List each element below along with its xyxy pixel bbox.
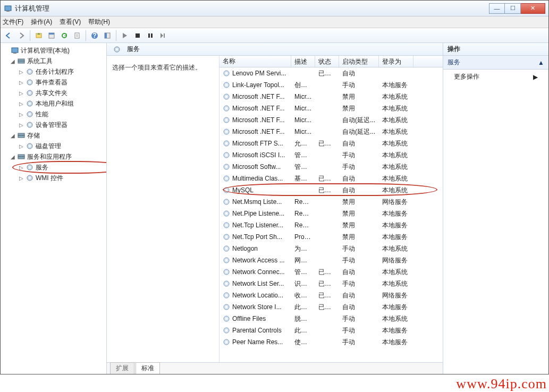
show-hide-button[interactable] bbox=[102, 30, 113, 41]
service-icon bbox=[223, 303, 230, 311]
service-rows[interactable]: Lenovo PM Servi...已启动自动Link-Layer Topol.… bbox=[219, 67, 443, 362]
export-button[interactable] bbox=[71, 30, 83, 41]
service-row[interactable]: Lenovo PM Servi...已启动自动 bbox=[219, 67, 443, 79]
services-title: 服务 bbox=[127, 45, 140, 54]
titlebar[interactable]: 计算机管理 — ☐ ✕ bbox=[1, 1, 548, 16]
service-row[interactable]: Network Locatio...收集...已启动自动网络服务 bbox=[219, 289, 443, 301]
menu-view[interactable]: 查看(V) bbox=[60, 18, 81, 27]
col-desc[interactable]: 描述 bbox=[291, 56, 315, 67]
gear-icon bbox=[113, 45, 121, 54]
refresh-button[interactable] bbox=[58, 30, 70, 41]
body: 计算机管理(本地)◢系统工具▷任务计划程序▷事件查看器▷共享文件夹▷本地用户和组… bbox=[1, 43, 548, 374]
tree-item[interactable]: ▷事件查看器 bbox=[2, 77, 105, 88]
svg-point-74 bbox=[225, 248, 227, 250]
window-title: 计算机管理 bbox=[15, 4, 489, 13]
svg-point-62 bbox=[225, 177, 227, 180]
close-button[interactable]: ✕ bbox=[521, 3, 545, 14]
tree-root[interactable]: 计算机管理(本地) bbox=[2, 45, 105, 56]
service-row[interactable]: Network Connec...管理...已启动自动本地系统 bbox=[219, 266, 443, 278]
tree-item[interactable]: ▷性能 bbox=[2, 109, 105, 120]
tree-item[interactable]: ▷共享文件夹 bbox=[2, 88, 105, 98]
nav-tree[interactable]: 计算机管理(本地)◢系统工具▷任务计划程序▷事件查看器▷共享文件夹▷本地用户和组… bbox=[1, 43, 107, 374]
maximize-button[interactable]: ☐ bbox=[505, 3, 521, 14]
service-icon bbox=[223, 327, 230, 334]
service-row[interactable]: Net.Pipe Listene...Rece...禁用本地服务 bbox=[219, 208, 443, 219]
svg-rect-11 bbox=[136, 33, 140, 38]
svg-point-86 bbox=[225, 318, 227, 320]
svg-point-54 bbox=[225, 131, 227, 133]
service-row[interactable]: Network Access ...网络...手动网络服务 bbox=[219, 254, 443, 266]
service-row[interactable]: Peer Name Res...使用...手动本地服务 bbox=[219, 336, 443, 348]
tree-item[interactable]: ▷WMI 控件 bbox=[2, 173, 105, 183]
svg-rect-1 bbox=[6, 11, 10, 12]
computer-icon bbox=[11, 46, 19, 55]
service-row[interactable]: Network List Ser...识别...已启动手动本地系统 bbox=[219, 278, 443, 289]
tree-item[interactable]: ▷任务计划程序 bbox=[2, 66, 105, 77]
svg-rect-4 bbox=[49, 33, 54, 35]
service-row[interactable]: Network Store I...此服...已启动自动本地服务 bbox=[219, 301, 443, 313]
svg-rect-12 bbox=[148, 33, 150, 38]
service-row[interactable]: Net.Tcp Listener...Rece...禁用本地服务 bbox=[219, 219, 443, 231]
tree-group[interactable]: ◢存储 bbox=[2, 130, 105, 141]
svg-point-80 bbox=[225, 283, 227, 285]
svg-point-50 bbox=[225, 107, 227, 109]
service-row[interactable]: MySQL已启动自动本地系统 bbox=[219, 184, 443, 196]
play-button[interactable] bbox=[119, 30, 131, 41]
menubar: 文件(F) 操作(A) 查看(V) 帮助(H) bbox=[1, 16, 548, 28]
service-row[interactable]: Microsoft .NET F...Micr...禁用本地系统 bbox=[219, 103, 443, 114]
properties-button[interactable] bbox=[46, 30, 57, 41]
service-row[interactable]: Microsoft .NET F...Micr...自动(延迟...本地系统 bbox=[219, 114, 443, 126]
forward-button[interactable] bbox=[15, 30, 27, 41]
help-button[interactable]: ? bbox=[89, 30, 100, 41]
service-row[interactable]: Net.Msmq Liste...Rece...禁用网络服务 bbox=[219, 196, 443, 208]
service-row[interactable]: Microsoft iSCSI I...管理...手动本地系统 bbox=[219, 149, 443, 161]
service-row[interactable]: Netlogon为用...手动本地系统 bbox=[219, 243, 443, 254]
tab-extended[interactable]: 扩展 bbox=[110, 362, 134, 374]
restart-button[interactable] bbox=[157, 30, 169, 41]
tree-group[interactable]: ◢系统工具 bbox=[2, 56, 105, 66]
service-row[interactable]: Multimedia Clas...基于...已启动自动本地系统 bbox=[219, 173, 443, 184]
svg-point-70 bbox=[225, 224, 227, 226]
col-name[interactable]: 名称 bbox=[219, 56, 291, 67]
service-icon bbox=[223, 198, 230, 206]
menu-action[interactable]: 操作(A) bbox=[31, 18, 52, 27]
back-button[interactable] bbox=[3, 30, 14, 41]
service-row[interactable]: Net.Tcp Port Sh...Prov...禁用本地服务 bbox=[219, 231, 443, 243]
bottom-tabs: 扩展 标准 bbox=[107, 362, 443, 374]
service-icon bbox=[223, 105, 230, 112]
stop-button[interactable] bbox=[132, 30, 143, 41]
up-button[interactable] bbox=[33, 30, 45, 41]
menu-file[interactable]: 文件(F) bbox=[3, 18, 23, 27]
menu-help[interactable]: 帮助(H) bbox=[88, 18, 110, 27]
pause-button[interactable] bbox=[145, 30, 156, 41]
service-row[interactable]: Link-Layer Topol...创建...手动本地服务 bbox=[219, 79, 443, 91]
tree-item[interactable]: ▷设备管理器 bbox=[2, 120, 105, 130]
service-icon bbox=[223, 268, 230, 276]
tree-item[interactable]: ▷本地用户和组 bbox=[2, 98, 105, 109]
tree-item[interactable]: ▷服务 bbox=[2, 162, 105, 173]
col-status[interactable]: 状态 bbox=[315, 56, 339, 67]
service-row[interactable]: Microsoft Softw...管理...手动本地系统 bbox=[219, 161, 443, 173]
column-headers: 名称 描述 状态 启动类型 登录为 bbox=[219, 56, 443, 67]
action-more[interactable]: 更多操作 ▶ bbox=[443, 70, 548, 84]
item-icon bbox=[26, 142, 34, 150]
tab-standard[interactable]: 标准 bbox=[136, 362, 160, 374]
svg-point-34 bbox=[29, 145, 31, 147]
actions-pane: 操作 服务 ▲ 更多操作 ▶ bbox=[443, 43, 548, 374]
svg-point-72 bbox=[225, 236, 227, 238]
service-row[interactable]: Microsoft FTP S...允许...已启动自动本地系统 bbox=[219, 138, 443, 149]
svg-rect-15 bbox=[12, 48, 18, 53]
tree-group[interactable]: ◢服务和应用程序 bbox=[2, 151, 105, 162]
actions-section[interactable]: 服务 ▲ bbox=[443, 56, 548, 70]
col-logon[interactable]: 登录为 bbox=[379, 56, 413, 67]
service-icon bbox=[223, 93, 230, 100]
service-row[interactable]: Microsoft .NET F...Micr...自动(延迟...本地系统 bbox=[219, 126, 443, 138]
service-row[interactable]: Microsoft .NET F...Micr...禁用本地系统 bbox=[219, 91, 443, 103]
item-icon bbox=[26, 78, 34, 87]
minimize-button[interactable]: — bbox=[489, 3, 505, 14]
service-icon bbox=[223, 186, 230, 194]
col-startup[interactable]: 启动类型 bbox=[339, 56, 379, 67]
tree-item[interactable]: ▷磁盘管理 bbox=[2, 141, 105, 151]
service-row[interactable]: Parental Controls此服...手动本地服务 bbox=[219, 325, 443, 336]
service-row[interactable]: Offline Files脱机...手动本地系统 bbox=[219, 313, 443, 325]
